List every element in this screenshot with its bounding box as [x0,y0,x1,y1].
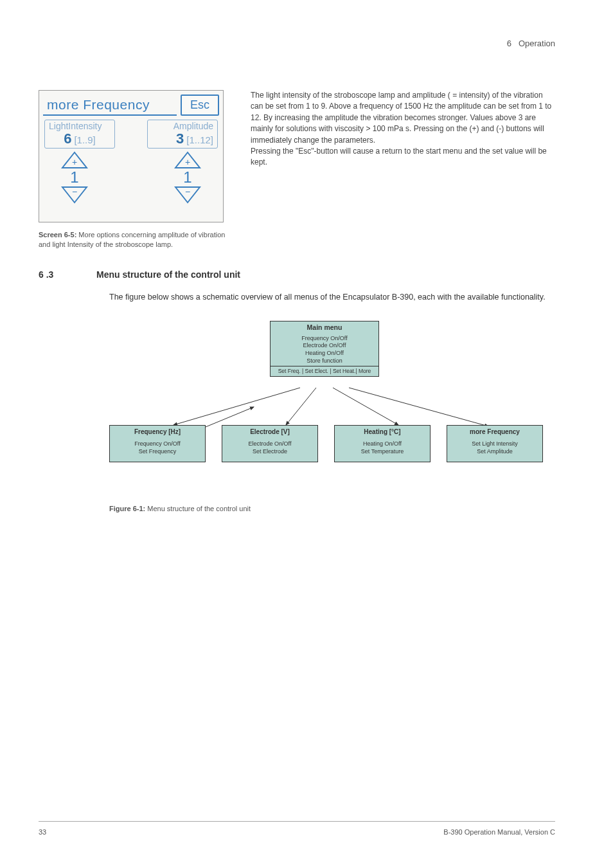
main-menu-title: Main menu [271,321,378,334]
light-intensity-value: 6 [64,132,71,146]
sub1-line1: Set Electrode [225,448,315,456]
sub2-line1: Set Temperature [337,448,427,456]
sub-title-3: more Frequency [450,428,540,440]
minus-icon[interactable]: − [174,186,201,204]
light-intensity-label: LightIntensity [49,122,111,131]
main-line-3: Store function [273,357,376,365]
page-footer: 33 B-390 Operation Manual, Version C [39,821,555,836]
minus-icon[interactable]: − [61,186,88,204]
svg-line-11 [333,388,398,425]
desc-p2: Pressing the "Esc"-button will cause a r… [251,146,555,168]
sub-title-2: Heating [°C] [337,428,427,440]
sub3-line1: Set Amplitude [450,448,540,456]
svg-text:+: + [185,157,190,167]
lcd-screenshot: more Frequency Esc LightIntensity 6 [1..… [39,90,224,222]
screen-caption-bold: Screen 6-5: [39,231,76,239]
sub0-line1: Set Frequency [112,448,202,456]
main-menu-box: Main menu Frequency On/Off Electrode On/… [270,321,379,377]
left-step-value: 1 [70,169,78,186]
svg-text:−: − [185,186,190,197]
plus-icon[interactable]: + [174,151,201,169]
sub-box-heating: Heating [°C] Heating On/Off Set Temperat… [334,425,431,462]
desc-p1: The light intensity of the stroboscope l… [251,90,555,146]
amplitude-range: [1..12] [186,135,213,145]
sub-box-frequency: Frequency [Hz] Frequency On/Off Set Freq… [109,425,206,462]
menu-structure-diagram: Main menu Frequency On/Off Electrode On/… [109,321,546,493]
light-intensity-box: LightIntensity 6 [1..9] [44,120,115,149]
sub-title-1: Electrode [V] [225,428,315,440]
left-stepper: + 1 − [61,151,88,204]
svg-line-12 [349,388,488,426]
svg-line-10 [286,388,316,425]
sub0-line0: Frequency On/Off [112,440,202,448]
sub-title-0: Frequency [Hz] [112,428,202,440]
page-number: 33 [39,828,46,836]
sub1-line0: Electrode On/Off [225,440,315,448]
amplitude-box: Amplitude 3 [1..12] [147,120,218,149]
main-menu-footer: Set Freq. | Set Elect. | Set Heat.| More [271,366,378,376]
amplitude-label: Amplitude [152,122,213,131]
section-title: Menu structure of the control unit [96,269,240,280]
svg-text:−: − [72,186,77,197]
right-step-value: 1 [183,169,191,186]
plus-icon[interactable]: + [61,151,88,169]
chapter-title: Operation [519,39,555,48]
amplitude-value: 3 [176,132,184,146]
main-line-0: Frequency On/Off [273,335,376,343]
lcd-title: more Frequency [43,95,177,116]
esc-button[interactable]: Esc [181,95,219,116]
svg-line-9 [173,388,300,425]
figure-caption-text: Menu structure of the control unit [145,505,251,512]
sub-box-more-frequency: more Frequency Set Light Intensity Set A… [447,425,543,462]
page-header: 6 Operation [507,39,555,48]
sub3-line0: Set Light Intensity [450,440,540,448]
section-heading: 6 .3 Menu structure of the control unit [39,269,555,280]
main-line-2: Heating On/Off [273,350,376,357]
section-number: 6 .3 [39,269,87,280]
screen-caption: Screen 6-5: More options concerning ampl… [39,230,238,250]
section-body: The figure below shows a schematic overv… [109,291,555,303]
svg-text:+: + [72,157,77,167]
description-paragraph: The light intensity of the stroboscope l… [251,90,555,250]
main-line-1: Electrode On/Off [273,342,376,350]
doc-title: B-390 Operation Manual, Version C [443,828,555,836]
sub2-line0: Heating On/Off [337,440,427,448]
figure-caption: Figure 6-1: Menu structure of the contro… [109,505,555,512]
chapter-number: 6 [507,39,511,48]
right-stepper: + 1 − [174,151,201,204]
light-intensity-range: [1..9] [74,135,95,145]
sub-box-electrode: Electrode [V] Electrode On/Off Set Elect… [222,425,318,462]
figure-caption-bold: Figure 6-1: [109,505,145,512]
